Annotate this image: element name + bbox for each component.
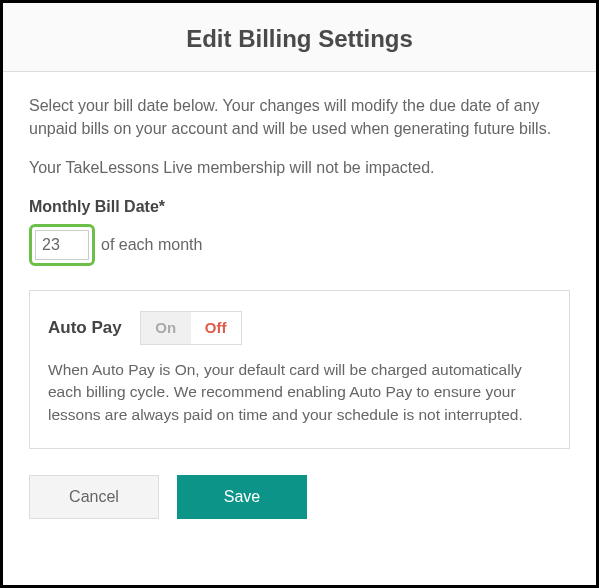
bill-date-input-highlight: [29, 224, 95, 266]
autopay-toggle: On Off: [140, 311, 242, 345]
autopay-toggle-on[interactable]: On: [141, 312, 191, 344]
autopay-description: When Auto Pay is On, your default card w…: [48, 359, 551, 426]
dialog-header: Edit Billing Settings: [3, 3, 596, 72]
bill-date-input[interactable]: [35, 230, 89, 260]
autopay-header: Auto Pay On Off: [48, 311, 551, 345]
save-button[interactable]: Save: [177, 475, 307, 519]
bill-date-suffix: of each month: [101, 236, 202, 254]
dialog-actions: Cancel Save: [29, 475, 570, 519]
dialog-body: Select your bill date below. Your change…: [3, 72, 596, 541]
autopay-title: Auto Pay: [48, 318, 122, 338]
bill-date-row: of each month: [29, 224, 570, 266]
intro-text: Select your bill date below. Your change…: [29, 94, 570, 140]
membership-note: Your TakeLessons Live membership will no…: [29, 156, 570, 179]
autopay-toggle-off[interactable]: Off: [191, 312, 241, 344]
autopay-section: Auto Pay On Off When Auto Pay is On, you…: [29, 290, 570, 449]
dialog-title: Edit Billing Settings: [3, 25, 596, 53]
bill-date-label: Monthly Bill Date*: [29, 198, 570, 216]
cancel-button[interactable]: Cancel: [29, 475, 159, 519]
